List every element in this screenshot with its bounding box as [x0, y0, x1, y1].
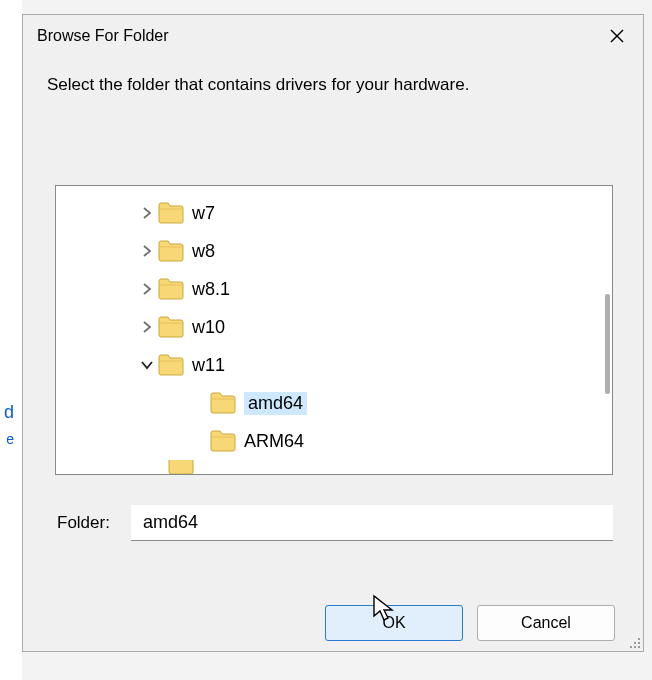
tree-node-arm64[interactable]: ARM64	[56, 422, 612, 460]
dialog-title: Browse For Folder	[37, 27, 603, 45]
cancel-button[interactable]: Cancel	[477, 605, 615, 641]
folder-icon	[158, 240, 184, 262]
folder-field-row: Folder:	[57, 505, 613, 541]
cancel-button-label: Cancel	[521, 614, 571, 632]
folder-icon	[158, 278, 184, 300]
folder-icon	[158, 354, 184, 376]
background-text-fragment: d	[0, 402, 14, 423]
tree-node-w11[interactable]: w11	[56, 346, 612, 384]
instruction-text: Select the folder that contains drivers …	[23, 57, 643, 95]
background-window-edge	[0, 0, 22, 680]
tree-node-label: ARM64	[244, 431, 304, 452]
tree-node-label: w8.1	[192, 279, 230, 300]
folder-icon	[168, 460, 194, 475]
browse-for-folder-dialog: Browse For Folder Select the folder that…	[22, 14, 644, 652]
ok-button[interactable]: OK	[325, 605, 463, 641]
tree-node-w7[interactable]: w7	[56, 194, 612, 232]
tree-node-w8[interactable]: w8	[56, 232, 612, 270]
tree-node-partial[interactable]	[56, 460, 612, 475]
tree-node-label: w11	[192, 355, 225, 376]
dialog-buttons: OK Cancel	[23, 605, 643, 641]
chevron-right-icon[interactable]	[136, 202, 158, 224]
chevron-down-icon[interactable]	[136, 354, 158, 376]
folder-input[interactable]	[131, 505, 613, 541]
close-button[interactable]	[603, 22, 631, 50]
folder-tree[interactable]: w7 w8 w8.1	[55, 185, 613, 475]
tree-node-w8-1[interactable]: w8.1	[56, 270, 612, 308]
chevron-right-icon[interactable]	[136, 240, 158, 262]
folder-field-label: Folder:	[57, 513, 131, 533]
tree-node-label: w10	[192, 317, 225, 338]
tree-node-label: w8	[192, 241, 215, 262]
scrollbar-thumb[interactable]	[605, 294, 610, 394]
tree-node-w10[interactable]: w10	[56, 308, 612, 346]
titlebar[interactable]: Browse For Folder	[23, 15, 643, 57]
close-icon	[609, 28, 625, 44]
folder-icon	[158, 202, 184, 224]
background-text-fragment: e	[0, 431, 14, 447]
folder-icon	[210, 392, 236, 414]
ok-button-label: OK	[382, 614, 405, 632]
tree-node-amd64[interactable]: amd64	[56, 384, 612, 422]
tree-node-label-selected: amd64	[244, 392, 307, 415]
folder-icon	[158, 316, 184, 338]
resize-grip[interactable]	[627, 635, 641, 649]
chevron-right-icon[interactable]	[136, 316, 158, 338]
tree-node-label: w7	[192, 203, 215, 224]
chevron-right-icon[interactable]	[136, 278, 158, 300]
folder-icon	[210, 430, 236, 452]
